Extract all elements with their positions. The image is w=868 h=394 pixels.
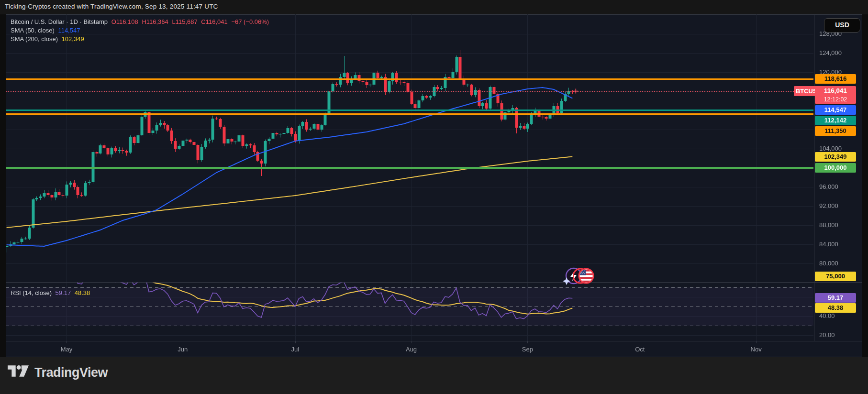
- sma50-legend: SMA (50, close) 114,547: [11, 27, 82, 34]
- axis-badge-rsi-ma-value: 48.38: [815, 303, 856, 313]
- sma50-value: 114,547: [58, 27, 80, 34]
- axis-badge-rsi-value: 59.17: [815, 293, 856, 303]
- rsi-label[interactable]: RSI (14, close): [11, 289, 52, 296]
- last-price-value: 116,041: [815, 86, 856, 96]
- ohlc-low: L115,687: [172, 18, 197, 25]
- price-chart-canvas[interactable]: [0, 0, 868, 394]
- axis-badge-level-112142: 112,142: [815, 116, 856, 125]
- price-tick-84,000: 84,000: [819, 241, 860, 248]
- rsi-tick-20.00: 20.00: [819, 331, 860, 339]
- us-flag-event-icon[interactable]: [573, 267, 596, 287]
- attribution-bar: Ticking-Cryptos created with TradingView…: [0, 0, 868, 14]
- attribution-text: Ticking-Cryptos created with TradingView…: [5, 3, 218, 10]
- price-tick-88,000: 88,000: [819, 221, 860, 229]
- axis-badge-level-111350: 111,350: [815, 126, 856, 136]
- month-label-sep: Sep: [522, 346, 533, 353]
- rsi-ma-value-inline: 48.38: [75, 289, 90, 296]
- month-label-oct: Oct: [635, 346, 645, 353]
- rsi-tick-40.00: 40.00: [819, 312, 860, 319]
- axis-badge-sma200-value: 102,349: [815, 152, 856, 162]
- symbol-legend: Bitcoin / U.S. Dollar · 1D · Bitstamp O1…: [11, 18, 271, 25]
- symbol-title[interactable]: Bitcoin / U.S. Dollar · 1D · Bitstamp: [11, 18, 108, 25]
- sma200-legend: SMA (200, close) 102,349: [11, 35, 86, 43]
- axis-badge-level-100000: 100,000: [815, 163, 856, 173]
- ohlc-open: O116,108: [111, 18, 138, 25]
- price-tick-80,000: 80,000: [819, 260, 860, 267]
- month-label-may: May: [61, 346, 73, 353]
- month-label-jun: Jun: [178, 346, 188, 353]
- price-tick-92,000: 92,000: [819, 202, 860, 209]
- tradingview-logo-icon: [8, 365, 29, 381]
- sma50-label[interactable]: SMA (50, close): [11, 27, 55, 34]
- rsi-value-inline: 59.17: [56, 289, 71, 296]
- sma200-label[interactable]: SMA (200, close): [11, 35, 58, 43]
- ohlc-close: C116,041: [201, 18, 227, 25]
- axis-badge-sma50-value: 114,547: [815, 105, 856, 115]
- bar-countdown: 12:12:02: [815, 96, 856, 104]
- tradingview-logo[interactable]: TradingView: [8, 365, 108, 381]
- ohlc-high: H116,364: [142, 18, 168, 25]
- price-tick-124,000: 124,000: [819, 49, 860, 56]
- rsi-legend: RSI (14, close) 59.17 48.38: [11, 289, 92, 296]
- month-label-nov: Nov: [751, 346, 762, 353]
- sma200-value: 102,349: [62, 35, 84, 43]
- axis-badge-level-118616: 118,616: [815, 74, 856, 84]
- price-tick-96,000: 96,000: [819, 183, 860, 190]
- price-tick-104,000: 104,000: [819, 145, 860, 152]
- axis-badge-level-75000: 75,000: [815, 272, 856, 281]
- month-label-jul: Jul: [291, 346, 299, 353]
- month-label-aug: Aug: [406, 346, 417, 353]
- last-price-label: 116,041 12:12:02: [815, 86, 856, 104]
- tradingview-logo-text: TradingView: [34, 365, 108, 380]
- footer-bar: TradingView: [0, 357, 868, 394]
- change-value: −67 (−0.06%): [231, 18, 269, 25]
- currency-toggle-button[interactable]: USD: [824, 18, 860, 33]
